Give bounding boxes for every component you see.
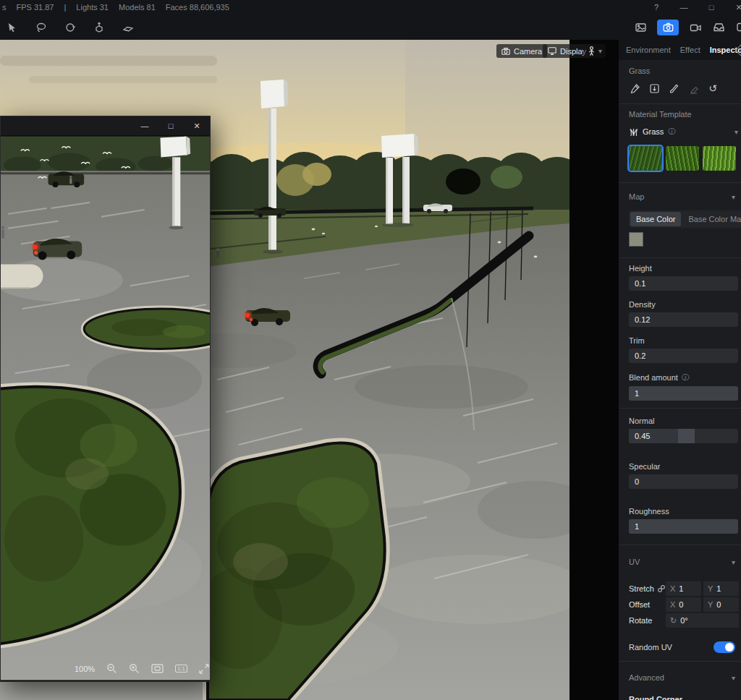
render-preview-scene bbox=[1, 135, 210, 681]
lights-counter: Lights 31 bbox=[76, 3, 109, 12]
select-tool-icon[interactable] bbox=[6, 21, 19, 34]
advanced-section-header[interactable]: Advanced ▾ bbox=[629, 673, 735, 682]
material-name: Grass bbox=[629, 67, 741, 75]
divider bbox=[619, 545, 741, 545]
random-uv-toggle[interactable] bbox=[714, 641, 735, 653]
specular-field: Specular 0 bbox=[629, 462, 741, 489]
actual-size-button[interactable]: 1:1 bbox=[175, 665, 187, 673]
zoom-out-button[interactable] bbox=[106, 663, 117, 674]
density-input[interactable]: 0.12 bbox=[629, 312, 738, 327]
window-minimize-button[interactable]: — bbox=[132, 116, 158, 135]
material-reset-icon[interactable]: ↺ bbox=[707, 82, 719, 94]
stretch-label: Stretch bbox=[629, 584, 657, 593]
info-icon[interactable]: ⓘ bbox=[668, 127, 675, 137]
slider-handle[interactable] bbox=[678, 429, 695, 443]
link-icon[interactable] bbox=[657, 584, 666, 593]
stretch-x-input[interactable]: X 1 bbox=[666, 581, 701, 596]
camera-icon bbox=[501, 48, 510, 55]
pose-control[interactable]: ▾ bbox=[583, 44, 606, 58]
models-counter: Models 81 bbox=[119, 3, 156, 12]
random-uv-label: Random UV bbox=[629, 643, 672, 652]
trim-input[interactable]: 0.2 bbox=[629, 349, 738, 363]
human-pose-icon bbox=[587, 46, 596, 56]
map-section-title: Map bbox=[629, 192, 644, 201]
fit-view-button[interactable] bbox=[151, 664, 164, 673]
render-image-icon[interactable] bbox=[634, 21, 647, 34]
main-toolbar bbox=[0, 14, 741, 40]
rotate-value: 0° bbox=[680, 616, 688, 625]
maximize-button[interactable]: □ bbox=[706, 3, 716, 12]
render-preview-window: — □ ✕ bbox=[0, 116, 211, 682]
material-eraser-icon[interactable] bbox=[687, 82, 699, 94]
faces-counter: Faces 88,606,935 bbox=[166, 3, 229, 12]
normal-field: Normal 0.45 bbox=[629, 417, 741, 443]
help-icon[interactable]: ? bbox=[651, 3, 661, 12]
render-window-titlebar[interactable]: — □ ✕ bbox=[1, 116, 210, 135]
tab-base-color[interactable]: Base Color bbox=[630, 212, 681, 226]
uv-section-header[interactable]: UV ▾ bbox=[629, 558, 735, 566]
stretch-y-value: 1 bbox=[716, 584, 721, 593]
offset-x-input[interactable]: X 0 bbox=[666, 597, 701, 612]
separator: | bbox=[64, 3, 66, 12]
camera-view-button[interactable]: Camera bbox=[496, 44, 547, 58]
roughness-field: Roughness 1 bbox=[629, 507, 741, 534]
material-toolbar: ↺ bbox=[629, 82, 741, 95]
material-save-icon[interactable] bbox=[648, 82, 660, 94]
fullscreen-button[interactable] bbox=[199, 664, 209, 674]
car-dark-top bbox=[48, 171, 85, 187]
specular-input[interactable]: 0 bbox=[629, 474, 738, 489]
toggle-knob bbox=[725, 643, 734, 652]
camera-capture-button[interactable] bbox=[657, 20, 679, 35]
window-maximize-button[interactable]: □ bbox=[158, 116, 184, 135]
uv-section-title: UV bbox=[629, 558, 640, 566]
material-pick-icon[interactable] bbox=[629, 82, 640, 94]
map-section-header[interactable]: Map ▾ bbox=[629, 192, 735, 201]
chevron-down-icon: ▾ bbox=[732, 558, 735, 566]
plane-tool-icon[interactable] bbox=[122, 21, 135, 34]
grass-preset-1[interactable] bbox=[629, 146, 662, 171]
close-button[interactable]: ✕ bbox=[734, 3, 741, 12]
blend-value: 1 bbox=[635, 389, 639, 398]
clipped-toolbar-icon[interactable] bbox=[735, 21, 741, 34]
minimize-button[interactable]: — bbox=[679, 3, 689, 12]
divider bbox=[619, 103, 741, 104]
stretch-y-input[interactable]: Y 1 bbox=[703, 581, 739, 596]
random-uv-row: Random UV bbox=[629, 641, 735, 653]
offset-y-input[interactable]: Y 0 bbox=[703, 597, 739, 612]
material-template-label: Material Template bbox=[629, 110, 741, 119]
info-icon[interactable]: ⓘ bbox=[682, 372, 689, 383]
tab-environment[interactable]: Environment bbox=[626, 46, 671, 54]
height-input[interactable]: 0.1 bbox=[629, 276, 738, 291]
lasso-tool-icon[interactable] bbox=[35, 21, 48, 34]
render-video-icon[interactable] bbox=[689, 21, 702, 34]
round-corner-label: Round Corner bbox=[629, 695, 741, 700]
y-axis-label: Y bbox=[708, 600, 713, 609]
render-queue-icon[interactable] bbox=[712, 21, 725, 34]
zoom-in-button[interactable] bbox=[129, 663, 140, 674]
material-brush-icon[interactable] bbox=[668, 82, 679, 94]
roughness-slider[interactable]: 1 bbox=[629, 519, 738, 534]
blend-field: Blend amount ⓘ 1 bbox=[629, 372, 741, 401]
tab-effect[interactable]: Effect bbox=[680, 46, 700, 54]
stretch-x-value: 1 bbox=[679, 584, 683, 593]
display-icon bbox=[548, 47, 556, 55]
y-axis-label: Y bbox=[708, 584, 713, 593]
material-template-dropdown[interactable]: Grass ⓘ ▾ bbox=[629, 124, 738, 140]
orbit-tool-icon[interactable] bbox=[64, 21, 77, 34]
advanced-section-title: Advanced bbox=[629, 673, 664, 682]
rotate-input[interactable]: ↻ 0° bbox=[666, 613, 739, 628]
offset-x-value: 0 bbox=[679, 600, 683, 609]
blend-slider[interactable]: 1 bbox=[629, 386, 738, 401]
tab-base-color-map[interactable]: Base Color Map bbox=[682, 212, 741, 226]
status-edge-text: s bbox=[2, 3, 7, 12]
status-bar: s FPS 31.87 | Lights 31 Models 81 Faces … bbox=[0, 0, 741, 14]
grass-preset-2[interactable] bbox=[666, 146, 699, 171]
height-value: 0.1 bbox=[635, 279, 645, 288]
grass-preset-3[interactable] bbox=[703, 146, 736, 171]
density-field: Density 0.12 bbox=[629, 300, 741, 327]
normal-slider[interactable]: 0.45 bbox=[629, 429, 738, 443]
base-color-swatch[interactable] bbox=[629, 232, 643, 247]
window-close-button[interactable]: ✕ bbox=[184, 116, 210, 135]
fps-counter: FPS 31.87 bbox=[17, 3, 54, 12]
extrude-tool-icon[interactable] bbox=[93, 21, 106, 34]
